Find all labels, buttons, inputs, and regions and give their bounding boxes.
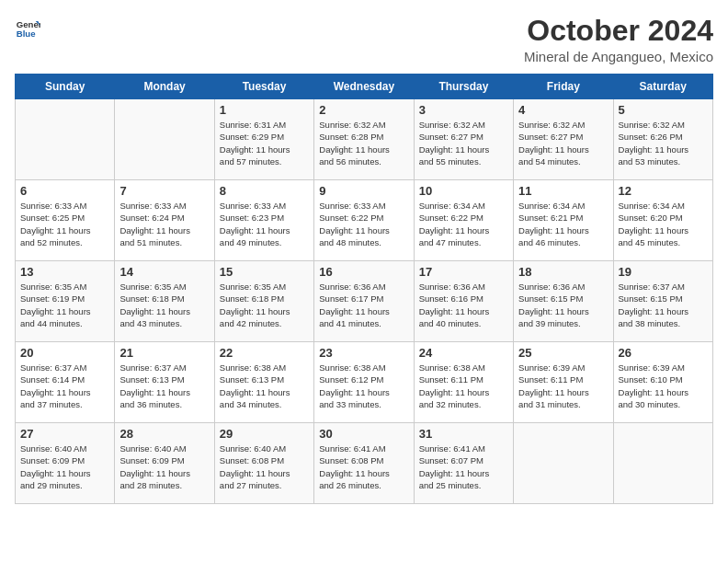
cell-info: Sunrise: 6:35 AMSunset: 6:18 PMDaylight:… (220, 281, 309, 329)
day-number: 23 (319, 346, 408, 360)
calendar-cell: 10Sunrise: 6:34 AMSunset: 6:22 PMDayligh… (414, 180, 513, 261)
calendar-cell: 5Sunrise: 6:32 AMSunset: 6:26 PMDaylight… (613, 99, 712, 180)
cell-info: Sunrise: 6:33 AMSunset: 6:25 PMDaylight:… (20, 200, 109, 248)
cell-info: Sunrise: 6:33 AMSunset: 6:23 PMDaylight:… (220, 200, 309, 248)
day-number: 29 (220, 427, 309, 441)
logo: General Blue (15, 15, 40, 40)
cell-info: Sunrise: 6:39 AMSunset: 6:11 PMDaylight:… (518, 362, 608, 410)
calendar-week-row: 13Sunrise: 6:35 AMSunset: 6:19 PMDayligh… (16, 261, 713, 342)
day-number: 15 (220, 265, 309, 279)
calendar-cell: 17Sunrise: 6:36 AMSunset: 6:16 PMDayligh… (414, 261, 513, 342)
calendar-cell: 15Sunrise: 6:35 AMSunset: 6:18 PMDayligh… (214, 261, 313, 342)
day-number: 9 (319, 184, 408, 198)
weekday-header-cell: Tuesday (214, 75, 313, 99)
weekday-header-cell: Thursday (414, 75, 513, 99)
cell-info: Sunrise: 6:32 AMSunset: 6:27 PMDaylight:… (419, 119, 508, 167)
cell-info: Sunrise: 6:40 AMSunset: 6:09 PMDaylight:… (119, 442, 209, 491)
day-number: 25 (518, 346, 608, 360)
day-number: 31 (419, 427, 508, 441)
cell-info: Sunrise: 6:33 AMSunset: 6:22 PMDaylight:… (319, 200, 408, 248)
calendar-subtitle: Mineral de Angangueo, Mexico (524, 49, 713, 64)
cell-info: Sunrise: 6:38 AMSunset: 6:12 PMDaylight:… (319, 362, 408, 410)
weekday-header-cell: Saturday (613, 75, 712, 99)
day-number: 27 (20, 427, 109, 441)
calendar-table: SundayMondayTuesdayWednesdayThursdayFrid… (15, 74, 713, 504)
day-number: 13 (20, 265, 109, 279)
calendar-cell: 21Sunrise: 6:37 AMSunset: 6:13 PMDayligh… (115, 342, 214, 423)
calendar-cell: 7Sunrise: 6:33 AMSunset: 6:24 PMDaylight… (115, 180, 214, 261)
cell-info: Sunrise: 6:39 AMSunset: 6:10 PMDaylight:… (619, 362, 708, 410)
cell-info: Sunrise: 6:35 AMSunset: 6:18 PMDaylight:… (119, 281, 209, 329)
calendar-cell: 25Sunrise: 6:39 AMSunset: 6:11 PMDayligh… (514, 342, 613, 423)
day-number: 28 (119, 427, 209, 441)
cell-info: Sunrise: 6:36 AMSunset: 6:17 PMDaylight:… (319, 281, 408, 329)
calendar-cell: 4Sunrise: 6:32 AMSunset: 6:27 PMDaylight… (514, 99, 613, 180)
day-number: 1 (220, 103, 309, 117)
calendar-cell (115, 99, 214, 180)
calendar-cell (16, 99, 115, 180)
calendar-cell: 14Sunrise: 6:35 AMSunset: 6:18 PMDayligh… (115, 261, 214, 342)
cell-info: Sunrise: 6:38 AMSunset: 6:13 PMDaylight:… (220, 362, 309, 410)
day-number: 7 (119, 184, 209, 198)
day-number: 26 (619, 346, 708, 360)
cell-info: Sunrise: 6:32 AMSunset: 6:26 PMDaylight:… (619, 119, 708, 167)
cell-info: Sunrise: 6:37 AMSunset: 6:13 PMDaylight:… (119, 362, 209, 410)
calendar-cell: 28Sunrise: 6:40 AMSunset: 6:09 PMDayligh… (115, 423, 214, 504)
cell-info: Sunrise: 6:40 AMSunset: 6:08 PMDaylight:… (220, 442, 309, 491)
cell-info: Sunrise: 6:36 AMSunset: 6:16 PMDaylight:… (419, 281, 508, 329)
day-number: 12 (619, 184, 708, 198)
calendar-cell: 13Sunrise: 6:35 AMSunset: 6:19 PMDayligh… (16, 261, 115, 342)
calendar-cell: 8Sunrise: 6:33 AMSunset: 6:23 PMDaylight… (214, 180, 313, 261)
day-number: 5 (619, 103, 708, 117)
cell-info: Sunrise: 6:36 AMSunset: 6:15 PMDaylight:… (518, 281, 608, 329)
day-number: 16 (319, 265, 408, 279)
calendar-cell: 19Sunrise: 6:37 AMSunset: 6:15 PMDayligh… (613, 261, 712, 342)
cell-info: Sunrise: 6:34 AMSunset: 6:22 PMDaylight:… (419, 200, 508, 248)
day-number: 21 (119, 346, 209, 360)
day-number: 19 (619, 265, 708, 279)
day-number: 11 (518, 184, 608, 198)
weekday-header-cell: Sunday (16, 75, 115, 99)
page-header: General Blue October 2024 Mineral de Ang… (15, 15, 713, 64)
calendar-cell (613, 423, 712, 504)
cell-info: Sunrise: 6:31 AMSunset: 6:29 PMDaylight:… (220, 119, 309, 167)
calendar-cell: 9Sunrise: 6:33 AMSunset: 6:22 PMDaylight… (314, 180, 414, 261)
weekday-header-cell: Wednesday (314, 75, 414, 99)
cell-info: Sunrise: 6:41 AMSunset: 6:07 PMDaylight:… (419, 442, 508, 491)
calendar-cell (514, 423, 613, 504)
calendar-week-row: 20Sunrise: 6:37 AMSunset: 6:14 PMDayligh… (16, 342, 713, 423)
day-number: 6 (20, 184, 109, 198)
cell-info: Sunrise: 6:34 AMSunset: 6:20 PMDaylight:… (619, 200, 708, 248)
day-number: 14 (119, 265, 209, 279)
cell-info: Sunrise: 6:35 AMSunset: 6:19 PMDaylight:… (20, 281, 109, 329)
cell-info: Sunrise: 6:33 AMSunset: 6:24 PMDaylight:… (119, 200, 209, 248)
cell-info: Sunrise: 6:32 AMSunset: 6:28 PMDaylight:… (319, 119, 408, 167)
calendar-cell: 26Sunrise: 6:39 AMSunset: 6:10 PMDayligh… (613, 342, 712, 423)
calendar-cell: 20Sunrise: 6:37 AMSunset: 6:14 PMDayligh… (16, 342, 115, 423)
calendar-cell: 16Sunrise: 6:36 AMSunset: 6:17 PMDayligh… (314, 261, 414, 342)
calendar-cell: 2Sunrise: 6:32 AMSunset: 6:28 PMDaylight… (314, 99, 414, 180)
weekday-header-cell: Monday (115, 75, 214, 99)
cell-info: Sunrise: 6:37 AMSunset: 6:15 PMDaylight:… (619, 281, 708, 329)
calendar-week-row: 27Sunrise: 6:40 AMSunset: 6:09 PMDayligh… (16, 423, 713, 504)
calendar-cell: 24Sunrise: 6:38 AMSunset: 6:11 PMDayligh… (414, 342, 513, 423)
day-number: 30 (319, 427, 408, 441)
calendar-week-row: 1Sunrise: 6:31 AMSunset: 6:29 PMDaylight… (16, 99, 713, 180)
calendar-cell: 1Sunrise: 6:31 AMSunset: 6:29 PMDaylight… (214, 99, 313, 180)
calendar-cell: 18Sunrise: 6:36 AMSunset: 6:15 PMDayligh… (514, 261, 613, 342)
cell-info: Sunrise: 6:37 AMSunset: 6:14 PMDaylight:… (20, 362, 109, 410)
cell-info: Sunrise: 6:41 AMSunset: 6:08 PMDaylight:… (319, 442, 408, 491)
weekday-header-cell: Friday (514, 75, 613, 99)
calendar-cell: 29Sunrise: 6:40 AMSunset: 6:08 PMDayligh… (214, 423, 313, 504)
day-number: 3 (419, 103, 508, 117)
calendar-cell: 11Sunrise: 6:34 AMSunset: 6:21 PMDayligh… (514, 180, 613, 261)
logo-icon: General Blue (15, 15, 40, 40)
day-number: 24 (419, 346, 508, 360)
day-number: 8 (220, 184, 309, 198)
calendar-cell: 27Sunrise: 6:40 AMSunset: 6:09 PMDayligh… (16, 423, 115, 504)
calendar-body: 1Sunrise: 6:31 AMSunset: 6:29 PMDaylight… (16, 99, 713, 504)
day-number: 20 (20, 346, 109, 360)
calendar-week-row: 6Sunrise: 6:33 AMSunset: 6:25 PMDaylight… (16, 180, 713, 261)
cell-info: Sunrise: 6:34 AMSunset: 6:21 PMDaylight:… (518, 200, 608, 248)
day-number: 10 (419, 184, 508, 198)
